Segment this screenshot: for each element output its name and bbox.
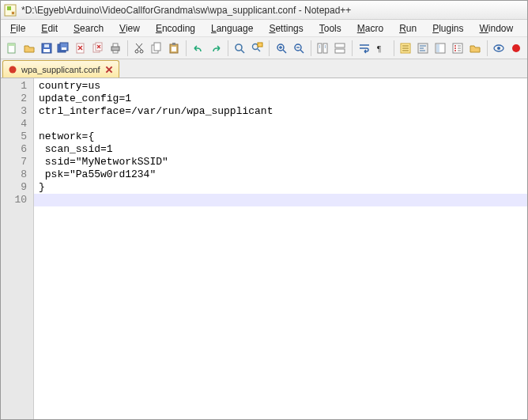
line-number: 5 [1,131,33,143]
doc-map-icon[interactable] [432,40,448,57]
menu-item-run[interactable]: Run [391,21,424,36]
zoom-out-icon[interactable] [291,40,307,57]
tab-close-icon[interactable] [104,65,114,74]
line-number: 1 [1,80,33,93]
code-line[interactable]: } [34,181,527,194]
print-icon[interactable] [107,40,123,57]
toolbar-separator [228,40,228,56]
toolbar-separator [311,40,311,56]
menu-item-view[interactable]: View [111,21,148,36]
svg-point-23 [253,44,258,49]
toolbar-separator [487,40,488,56]
line-number: 2 [1,93,33,105]
menu-item-search[interactable]: Search [66,21,111,36]
svg-rect-35 [436,44,439,52]
svg-point-15 [135,50,138,53]
cut-icon[interactable] [132,40,148,57]
save-all-icon[interactable] [55,40,71,57]
line-number-gutter: 12345678910 [1,78,34,419]
menu-item-language[interactable]: Language [203,21,261,36]
code-line[interactable]: ssid="MyNetworkSSID" [34,156,527,168]
line-number: 4 [1,118,33,131]
menu-item-window[interactable]: Window [472,21,522,36]
open-file-icon[interactable] [21,40,37,57]
app-icon [4,4,17,17]
svg-rect-27 [318,44,322,53]
menu-item-tools[interactable]: Tools [311,21,349,36]
code-line[interactable]: psk="Pa55w0rd1234" [34,168,527,181]
code-area[interactable]: country=usupdate_config=1ctrl_interface=… [34,78,527,419]
redo-icon[interactable] [208,40,224,57]
new-file-icon[interactable] [4,40,20,57]
tab-bar: wpa_supplicant.conf [1,59,527,78]
monitor-icon[interactable] [491,40,507,57]
svg-rect-8 [62,47,66,50]
code-line[interactable] [34,118,527,131]
lang-udl-icon[interactable] [415,40,431,57]
find-icon[interactable] [232,40,247,57]
svg-rect-5 [44,44,49,47]
svg-rect-2 [8,44,15,46]
toolbar: ¶ [1,37,527,59]
toolbar-separator [269,40,270,56]
code-line[interactable]: country=us [34,80,527,93]
svg-rect-20 [172,43,175,45]
sync-h-icon[interactable] [332,40,348,57]
code-line[interactable] [34,194,527,206]
line-number: 6 [1,143,33,156]
undo-icon[interactable] [190,40,206,57]
menu-item-file[interactable]: File [2,21,33,36]
toolbar-separator [394,40,394,56]
close-all-icon[interactable] [90,40,106,57]
wordwrap-icon[interactable] [356,40,372,57]
paste-icon[interactable] [166,40,182,57]
svg-point-38 [497,47,500,50]
menu-item-settings[interactable]: Settings [261,21,311,36]
file-dirty-icon [8,65,17,74]
line-number: 9 [1,181,33,194]
toolbar-separator [352,40,353,56]
record-icon[interactable] [508,40,524,57]
svg-rect-28 [323,44,327,53]
line-number: 3 [1,105,33,118]
window-title: *D:\Egyeb\Arduino\VideoCallforGrandma\sw… [21,5,351,16]
line-number: 7 [1,156,33,168]
svg-point-39 [512,44,520,52]
svg-rect-4 [43,49,50,52]
code-line[interactable]: network={ [34,131,527,143]
svg-text:¶: ¶ [377,44,381,53]
line-number: 10 [1,194,33,206]
title-bar: *D:\Egyeb\Arduino\VideoCallforGrandma\sw… [1,1,527,20]
save-icon[interactable] [39,40,55,57]
menu-item-?[interactable]: ? [521,21,528,36]
zoom-in-icon[interactable] [273,40,289,57]
menu-item-macro[interactable]: Macro [349,21,391,36]
menu-item-encoding[interactable]: Encoding [148,21,203,36]
close-icon[interactable] [73,40,89,57]
copy-icon[interactable] [149,40,164,57]
code-line[interactable]: update_config=1 [34,93,527,105]
svg-rect-18 [154,43,160,51]
svg-rect-30 [335,49,345,53]
code-line[interactable]: scan_ssid=1 [34,143,527,156]
all-chars-icon[interactable]: ¶ [374,40,390,57]
svg-rect-14 [113,51,118,53]
svg-point-22 [236,44,242,51]
svg-rect-12 [111,47,119,51]
menu-bar: FileEditSearchViewEncodingLanguageSettin… [1,20,527,37]
sync-v-icon[interactable] [315,40,330,57]
svg-rect-21 [172,47,176,51]
folder-icon[interactable] [467,40,483,57]
editor[interactable]: 12345678910 country=usupdate_config=1ctr… [1,78,527,419]
menu-item-plugins[interactable]: Plugins [424,21,471,36]
func-list-icon[interactable] [450,40,466,57]
menu-item-edit[interactable]: Edit [33,21,66,36]
tab-label: wpa_supplicant.conf [21,65,100,74]
replace-icon[interactable] [249,40,265,57]
svg-rect-24 [258,43,262,47]
indent-guide-icon[interactable] [398,40,413,57]
toolbar-separator [186,40,187,56]
tab-active[interactable]: wpa_supplicant.conf [2,60,119,78]
code-line[interactable]: ctrl_interface=/var/run/wpa_supplicant [34,105,527,118]
svg-rect-13 [113,44,118,47]
